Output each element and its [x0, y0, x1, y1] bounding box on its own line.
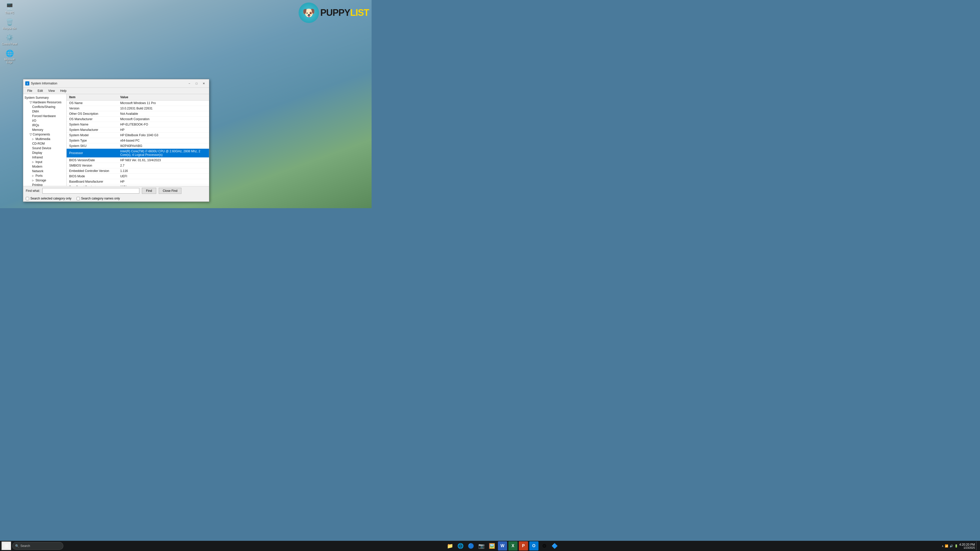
find-bar: Find what: Find Close Find	[23, 186, 209, 195]
table-row[interactable]: OS ManufacturerMicrosoft Corporation	[67, 117, 209, 122]
tree-conflicts[interactable]: Conflicts/Sharing	[23, 105, 66, 109]
table-cell-item: BIOS Mode	[67, 174, 118, 179]
table-cell-item: System SKU	[67, 143, 118, 149]
search-category-names-checkbox[interactable]	[76, 197, 80, 200]
table-row[interactable]: OS NameMicrosoft Windows 11 Pro	[67, 100, 209, 106]
find-label: Find what:	[26, 189, 40, 192]
control-panel-icon[interactable]: ⚙️ Control Panel	[1, 34, 18, 45]
minimize-button[interactable]: −	[186, 81, 192, 86]
table-row[interactable]: BaseBoard Product80FA	[67, 184, 209, 186]
table-cell-value: 80FA	[118, 184, 209, 186]
window-title: System Information	[31, 82, 57, 85]
close-find-button[interactable]: Close Find	[159, 188, 181, 194]
find-button[interactable]: Find	[142, 188, 156, 194]
table-row[interactable]: Version10.0.22631 Build 22631	[67, 106, 209, 111]
sysinfo-window: ℹ System Information − □ ✕ File Edit Vie…	[23, 79, 209, 202]
menu-view[interactable]: View	[46, 89, 57, 93]
tree-root[interactable]: System Summary	[23, 95, 66, 100]
tree-forced-hardware[interactable]: Forced Hardware	[23, 114, 66, 118]
tree-io[interactable]: I/O	[23, 118, 66, 123]
table-cell-item: System Name	[67, 122, 118, 127]
this-pc-icon[interactable]: 🖥️ This PC	[1, 3, 18, 14]
recycle-bin-icon[interactable]: 🗑️ Recycle Bin	[1, 18, 18, 30]
microsoft-edge-icon[interactable]: 🌐 Microsoft Edge	[1, 49, 18, 64]
expand-icon: ▽	[30, 133, 32, 136]
table-cell-item: Other OS Description	[67, 111, 118, 117]
table-row[interactable]: BIOS ModeUEFI	[67, 174, 209, 179]
table-cell-item: SMBIOS Version	[67, 163, 118, 168]
puppy-logo: 🐶 PUPPYLIST	[299, 3, 369, 23]
menu-edit[interactable]: Edit	[35, 89, 45, 93]
table-row[interactable]: System Typex64-based PC	[67, 138, 209, 143]
table-cell-value: HP EliteBook Folio 1040 G3	[118, 133, 209, 138]
tree-panel[interactable]: System Summary ▽ Hardware Resources Conf…	[23, 94, 67, 186]
table-row[interactable]: Other OS DescriptionNot Available	[67, 111, 209, 117]
tree-components[interactable]: ▽ Components	[23, 132, 66, 137]
table-row[interactable]: ProcessorIntel(R) Core(TM) i7-6600U CPU …	[67, 149, 209, 158]
table-cell-item: BaseBoard Manufacturer	[67, 179, 118, 184]
maximize-button[interactable]: □	[193, 81, 200, 86]
tree-dma[interactable]: DMA	[23, 109, 66, 114]
table-cell-value: 2.7	[118, 163, 209, 168]
tree-storage[interactable]: ▷ Storage	[23, 178, 66, 183]
table-cell-item: OS Manufacturer	[67, 117, 118, 122]
tree-irqs[interactable]: IRQs	[23, 123, 66, 127]
table-cell-value: HP N83 Ver. 01.61, 10/4/2023	[118, 158, 209, 163]
table-cell-item: Embedded Controller Version	[67, 168, 118, 174]
table-cell-item: BIOS Version/Date	[67, 158, 118, 163]
tree-network[interactable]: Network	[23, 169, 66, 173]
search-category-names[interactable]: Search category names only	[76, 197, 120, 200]
tree-display[interactable]: Display	[23, 151, 66, 155]
table-cell-item: Version	[67, 106, 118, 111]
search-selected-checkbox[interactable]	[26, 197, 29, 200]
tree-memory[interactable]: Memory	[23, 127, 66, 132]
tree-cdrom[interactable]: CD-ROM	[23, 141, 66, 146]
table-row[interactable]: Embedded Controller Version1.116	[67, 168, 209, 174]
tree-sound-device[interactable]: Sound Device	[23, 146, 66, 151]
search-selected-label: Search selected category only	[30, 197, 72, 200]
this-pc-label: This PC	[5, 11, 14, 14]
table-row[interactable]: System NameHP-ELITEBOOK-FO	[67, 122, 209, 127]
search-selected-category[interactable]: Search selected category only	[26, 197, 72, 200]
table-cell-value: HP-ELITEBOOK-FO	[118, 122, 209, 127]
table-cell-item: OS Name	[67, 100, 118, 106]
table-row[interactable]: System ModelHP EliteBook Folio 1040 G3	[67, 133, 209, 138]
menubar: File Edit View Help	[23, 88, 209, 94]
table-row[interactable]: BIOS Version/DateHP N83 Ver. 01.61, 10/4…	[67, 158, 209, 163]
table-cell-value: Microsoft Corporation	[118, 117, 209, 122]
col-item: Item	[67, 94, 118, 100]
search-options: Search selected category only Search cat…	[23, 195, 209, 202]
tree-modem[interactable]: Modem	[23, 164, 66, 169]
table-cell-value: 1.116	[118, 168, 209, 174]
window-content: System Summary ▽ Hardware Resources Conf…	[23, 94, 209, 186]
tree-printing[interactable]: Printing	[23, 183, 66, 186]
tree-infrared[interactable]: Infrared	[23, 155, 66, 160]
tree-multimedia[interactable]: ▷ Multimedia	[23, 137, 66, 141]
tree-input[interactable]: ▷ Input	[23, 160, 66, 164]
search-category-names-label: Search category names only	[81, 197, 120, 200]
expand-icon: ▽	[30, 100, 32, 104]
table-cell-value: HP	[118, 179, 209, 184]
menu-help[interactable]: Help	[58, 89, 68, 93]
table-row[interactable]: System SKUW2P40PA#ABG	[67, 143, 209, 149]
table-cell-value: HP	[118, 127, 209, 133]
system-info-table: Item Value OS NameMicrosoft Windows 11 P…	[67, 94, 209, 186]
table-row[interactable]: SMBIOS Version2.7	[67, 163, 209, 168]
edge-label: Microsoft Edge	[1, 58, 18, 64]
table-cell-value: Microsoft Windows 11 Pro	[118, 100, 209, 106]
data-panel[interactable]: Item Value OS NameMicrosoft Windows 11 P…	[67, 94, 209, 186]
close-button[interactable]: ✕	[200, 81, 207, 86]
find-input[interactable]	[42, 188, 139, 194]
tree-ports[interactable]: ▷ Ports	[23, 173, 66, 178]
table-row[interactable]: BaseBoard ManufacturerHP	[67, 179, 209, 184]
table-cell-value: 10.0.22631 Build 22631	[118, 106, 209, 111]
table-cell-value: Intel(R) Core(TM) i7-6600U CPU @ 2.60GHz…	[118, 149, 209, 158]
desktop: 🖥️ This PC 🗑️ Recycle Bin ⚙️ Control Pan…	[0, 0, 372, 208]
table-row[interactable]: System ManufacturerHP	[67, 127, 209, 133]
table-cell-item: System Manufacturer	[67, 127, 118, 133]
tree-hardware-resources[interactable]: ▽ Hardware Resources	[23, 100, 66, 105]
window-titlebar: ℹ System Information − □ ✕	[23, 79, 209, 88]
recycle-bin-label: Recycle Bin	[3, 27, 16, 30]
menu-file[interactable]: File	[25, 89, 34, 93]
table-cell-item: BaseBoard Product	[67, 184, 118, 186]
